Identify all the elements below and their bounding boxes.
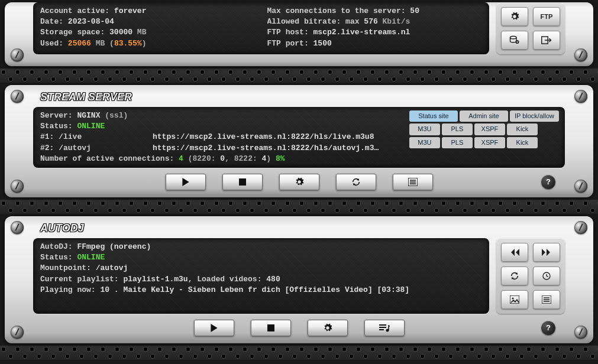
schedule-button[interactable]	[533, 266, 560, 285]
next-button[interactable]	[533, 243, 560, 262]
stream-settings-button[interactable]	[279, 174, 319, 190]
autodj-status-label: Status:	[40, 253, 73, 262]
autodj-playlist-button[interactable]	[364, 320, 405, 336]
screw-icon	[11, 221, 24, 234]
server-value: NGINX	[77, 111, 100, 120]
screw-icon	[574, 48, 587, 61]
admin-site-button[interactable]: Admin site	[460, 110, 508, 122]
used-pct: 83.55%	[114, 39, 142, 48]
autodj-side-buttons	[496, 238, 565, 314]
stream-terminal: Status site Admin site IP block/allow M3…	[33, 107, 565, 168]
server-label: Server:	[40, 111, 73, 120]
m3u-button-2[interactable]: M3U	[409, 137, 440, 148]
prev-button[interactable]	[501, 243, 528, 262]
stream-controls: ?	[12, 168, 586, 190]
next-icon	[542, 249, 551, 256]
playlist-value: playlist-1.m3u	[123, 275, 188, 284]
conn-a: 0	[220, 154, 225, 163]
account-panel: Account active: forever Date: 2023-08-04…	[5, 2, 593, 66]
server-extra: (ssl)	[105, 111, 128, 120]
storage-value: 30000	[109, 28, 132, 37]
autodj-stop-button[interactable]	[251, 320, 291, 336]
ftpport-value: 1500	[313, 39, 332, 48]
playlist-label: Current playlist:	[40, 275, 119, 284]
mount1-label: #1: /live	[40, 132, 153, 142]
ip-block-button[interactable]: IP block/allow	[510, 110, 559, 122]
maxconn-value: 50	[410, 6, 419, 15]
stop-icon	[267, 324, 274, 332]
date-label: Date:	[40, 17, 63, 26]
divider	[0, 200, 598, 214]
ftphost-label: FTP host:	[267, 28, 309, 37]
conn-paren2: )	[266, 154, 271, 163]
database-button[interactable]	[501, 31, 528, 50]
stream-status-value: ONLINE	[77, 122, 105, 131]
image-icon	[510, 295, 519, 304]
list-icon	[408, 178, 418, 186]
prev-icon	[510, 249, 519, 256]
stream-panel: STREAM SERVER Status site Admin site IP …	[5, 85, 593, 197]
mount2-label: #2: /autovj	[40, 143, 153, 154]
ftpport-label: FTP port:	[267, 39, 309, 48]
divider	[0, 69, 598, 83]
xspf-button-2[interactable]: XSPF	[474, 137, 505, 148]
status-site-button[interactable]: Status site	[409, 110, 458, 122]
bitrate-label: Allowed bitrate: max	[267, 17, 360, 26]
kick-button-1[interactable]: Kick	[507, 124, 538, 135]
ftphost-value: mscp2.live-streams.nl	[313, 28, 410, 37]
svg-point-0	[510, 36, 517, 39]
media-button[interactable]	[501, 290, 528, 309]
queue-button[interactable]	[533, 290, 560, 309]
gear-icon	[323, 323, 332, 333]
divider	[0, 346, 598, 360]
m3u-button-1[interactable]: M3U	[409, 124, 440, 135]
conn-paren1: (8220:	[188, 154, 216, 163]
conn-pct: 8%	[276, 154, 285, 163]
logout-button[interactable]	[533, 31, 560, 50]
play-icon	[182, 178, 190, 186]
reload-button[interactable]	[501, 266, 528, 285]
used-label: Used:	[40, 39, 63, 48]
pls-button-1[interactable]: PLS	[442, 124, 473, 135]
kick-button-2[interactable]: Kick	[507, 137, 538, 148]
svg-rect-16	[267, 324, 274, 332]
refresh-icon	[510, 271, 519, 281]
autodj-play-button[interactable]	[194, 320, 234, 336]
autodj-settings-button[interactable]	[308, 320, 348, 336]
xspf-button-1[interactable]: XSPF	[474, 124, 505, 135]
stream-log-button[interactable]	[393, 174, 433, 190]
clock-icon	[542, 271, 551, 281]
stream-title: STREAM SERVER	[12, 90, 586, 107]
autodj-terminal: AutoDJ: FFmpeg (noreenc) Status: ONLINE …	[33, 238, 489, 314]
loaded-label: , Loaded videos:	[188, 275, 262, 284]
autodj-mount-value: /autovj	[96, 264, 128, 272]
screw-icon	[11, 48, 24, 61]
svg-point-11	[512, 297, 514, 299]
play-icon	[210, 324, 218, 332]
account-active-value: forever	[114, 6, 147, 15]
stop-icon	[239, 178, 246, 186]
autodj-controls: ?	[12, 314, 586, 336]
stream-stop-button[interactable]	[222, 174, 263, 190]
autodj-help-button[interactable]: ?	[541, 321, 555, 335]
stream-help-button[interactable]: ?	[541, 175, 555, 189]
autodj-status-value: ONLINE	[77, 253, 105, 262]
ftp-button[interactable]: FTP	[533, 7, 560, 26]
playlist-icon	[379, 324, 390, 332]
account-terminal: Account active: forever Date: 2023-08-04…	[33, 2, 489, 54]
autodj-title: AUTODJ	[12, 221, 586, 238]
list-icon	[542, 295, 551, 304]
stream-play-button[interactable]	[166, 174, 206, 190]
gear-icon	[295, 177, 304, 187]
settings-button[interactable]	[501, 7, 528, 26]
bitrate-unit: Kbit/s	[383, 17, 410, 26]
stream-status-label: Status:	[40, 122, 73, 131]
screw-icon	[11, 90, 24, 103]
gear-icon	[510, 12, 519, 21]
logout-icon	[541, 36, 552, 44]
conn-sep: , 8222:	[225, 154, 257, 163]
stream-refresh-button[interactable]	[336, 174, 376, 190]
account-active-label: Account active:	[40, 6, 109, 15]
autodj-mount-label: Mountpoint:	[40, 264, 91, 272]
pls-button-2[interactable]: PLS	[442, 137, 473, 148]
